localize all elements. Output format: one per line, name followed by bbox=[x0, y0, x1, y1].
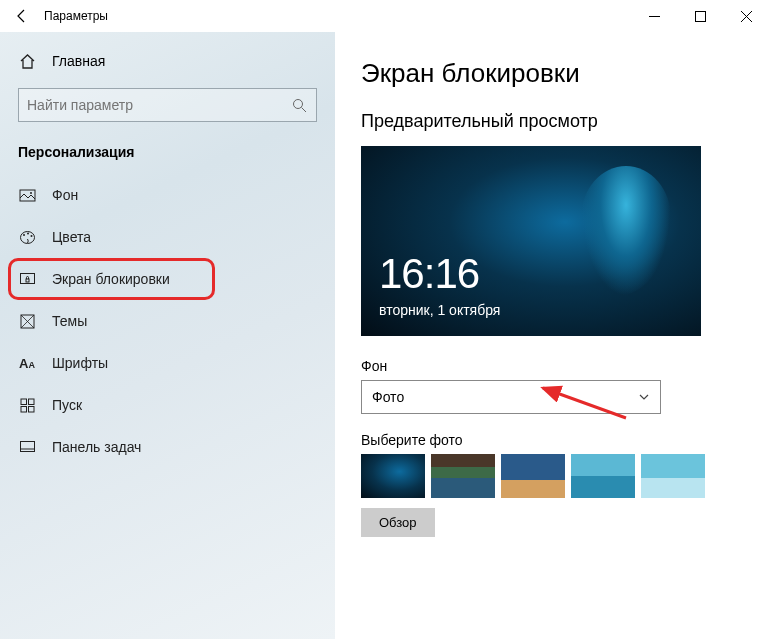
svg-rect-1 bbox=[695, 11, 705, 21]
home-icon bbox=[18, 52, 36, 70]
dropdown-value: Фото bbox=[372, 389, 404, 405]
svg-point-7 bbox=[30, 192, 32, 194]
background-dropdown[interactable]: Фото bbox=[361, 380, 661, 414]
chevron-down-icon bbox=[638, 391, 650, 403]
sidebar-home[interactable]: Главная bbox=[0, 42, 335, 80]
window-title: Параметры bbox=[44, 9, 108, 23]
minimize-button[interactable] bbox=[631, 0, 677, 32]
svg-rect-13 bbox=[26, 279, 29, 282]
page-title: Экран блокировки bbox=[361, 58, 747, 89]
sidebar-item-taskbar[interactable]: Панель задач bbox=[0, 426, 335, 468]
taskbar-icon bbox=[18, 438, 36, 456]
sidebar-item-label: Панель задач bbox=[52, 439, 141, 455]
sidebar-item-background[interactable]: Фон bbox=[0, 174, 335, 216]
sidebar-item-label: Пуск bbox=[52, 397, 82, 413]
svg-rect-19 bbox=[20, 441, 34, 451]
titlebar: Параметры bbox=[0, 0, 769, 32]
search-icon bbox=[290, 96, 308, 114]
svg-point-11 bbox=[30, 235, 32, 237]
sidebar-item-label: Темы bbox=[52, 313, 87, 329]
svg-point-9 bbox=[23, 234, 25, 236]
search-input[interactable] bbox=[27, 97, 290, 113]
background-label: Фон bbox=[361, 358, 747, 374]
sidebar-item-lockscreen[interactable]: Экран блокировки bbox=[0, 258, 335, 300]
svg-point-4 bbox=[293, 99, 302, 108]
sidebar-item-label: Цвета bbox=[52, 229, 91, 245]
thumbnail[interactable] bbox=[431, 454, 495, 498]
preview-label: Предварительный просмотр bbox=[361, 111, 747, 132]
maximize-button[interactable] bbox=[677, 0, 723, 32]
search-box[interactable] bbox=[18, 88, 317, 122]
sidebar-item-label: Экран блокировки bbox=[52, 271, 170, 287]
thumbnail[interactable] bbox=[361, 454, 425, 498]
thumbnail[interactable] bbox=[501, 454, 565, 498]
content-pane: Экран блокировки Предварительный просмот… bbox=[335, 32, 769, 639]
sidebar-item-themes[interactable]: Темы bbox=[0, 300, 335, 342]
svg-rect-16 bbox=[28, 399, 34, 405]
sidebar-item-colors[interactable]: Цвета bbox=[0, 216, 335, 258]
browse-button[interactable]: Обзор bbox=[361, 508, 435, 537]
preview-time: 16:16 bbox=[379, 250, 479, 298]
picture-icon bbox=[18, 186, 36, 204]
sidebar-home-label: Главная bbox=[52, 53, 105, 69]
sidebar-item-fonts[interactable]: AA Шрифты bbox=[0, 342, 335, 384]
palette-icon bbox=[18, 228, 36, 246]
fonts-icon: AA bbox=[18, 354, 36, 372]
back-button[interactable] bbox=[0, 0, 44, 32]
sidebar-item-label: Фон bbox=[52, 187, 78, 203]
preview-date: вторник, 1 октября bbox=[379, 302, 500, 318]
thumbnail[interactable] bbox=[641, 454, 705, 498]
thumbnail[interactable] bbox=[571, 454, 635, 498]
sidebar: Главная Персонализация Фон Цвета bbox=[0, 32, 335, 639]
choose-photo-label: Выберите фото bbox=[361, 432, 747, 448]
sidebar-item-label: Шрифты bbox=[52, 355, 108, 371]
sidebar-section-title: Персонализация bbox=[0, 132, 335, 174]
svg-line-5 bbox=[301, 107, 306, 112]
themes-icon bbox=[18, 312, 36, 330]
svg-point-10 bbox=[27, 232, 29, 234]
lockscreen-preview: 16:16 вторник, 1 октября bbox=[361, 146, 701, 336]
svg-rect-17 bbox=[21, 406, 27, 412]
svg-rect-18 bbox=[28, 406, 34, 412]
close-button[interactable] bbox=[723, 0, 769, 32]
lockscreen-icon bbox=[18, 270, 36, 288]
sidebar-item-start[interactable]: Пуск bbox=[0, 384, 335, 426]
thumbnail-row bbox=[361, 454, 747, 498]
start-icon bbox=[18, 396, 36, 414]
svg-rect-15 bbox=[21, 399, 27, 405]
